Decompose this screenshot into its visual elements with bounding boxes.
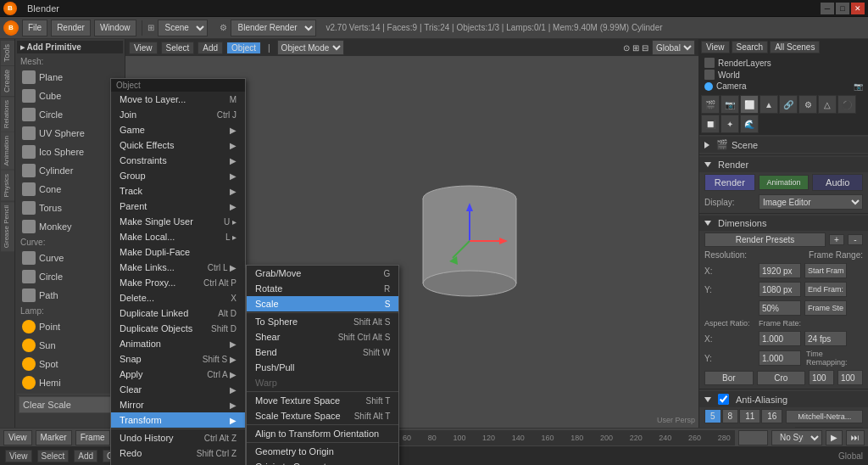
end-frame-input[interactable] [804,282,847,297]
prop-tab-modifier[interactable]: ⚙ [798,95,817,114]
tool-icosphere[interactable]: Ico Sphere [17,143,123,161]
ctx-make-dupli-face[interactable]: Make Dupli-Face [111,244,245,260]
minimize-button[interactable]: ─ [821,3,834,14]
prop-tab-render[interactable]: 📷 [721,95,739,114]
sub-grab-move[interactable]: Grab/MoveG [247,266,398,281]
prop-tab-object[interactable]: ▲ [760,95,778,114]
close-button[interactable]: ✕ [851,3,865,14]
ctx-dup-linked[interactable]: Duplicate LinkedAlt D [111,305,245,321]
prop-tab-material[interactable]: ⚫ [837,95,856,114]
prop-tab-layers[interactable]: ⬜ [740,95,759,114]
ctx-animation[interactable]: Animation▶ [111,336,245,351]
size-input[interactable] [795,427,863,428]
status-select-btn[interactable]: Select [37,450,70,462]
tool-uvsphere[interactable]: UV Sphere [17,124,123,143]
ctx-constraints[interactable]: Constraints▶ [111,153,245,168]
res-x-input[interactable] [759,263,801,278]
tool-cube[interactable]: Cube [17,87,123,105]
view-menu-btn[interactable]: View [129,42,158,54]
animation-button[interactable]: Animation [759,175,810,190]
aa-checkbox[interactable] [718,394,729,405]
ctx-clear[interactable]: Clear▶ [111,382,245,397]
fps-input[interactable] [804,331,847,346]
tool-circle[interactable]: Circle [17,105,123,124]
outliner-renderlayers[interactable]: RenderLayers [701,57,866,69]
timeline-frame-btn[interactable]: Frame [75,430,110,445]
ctx-transform[interactable]: Transform▶ [111,412,245,428]
ctx-parent[interactable]: Parent▶ [111,199,245,214]
timeline-view-btn[interactable]: View [3,430,32,445]
dimensions-header[interactable]: Dimensions [699,216,868,231]
all-scenes-tab[interactable]: All Scenes [770,41,820,53]
aspect-x-input[interactable] [759,331,801,346]
tool-torus[interactable]: Torus [17,199,123,217]
start-frame-input[interactable] [804,263,847,278]
ctx-redo[interactable]: RedoShift Ctrl Z [111,445,245,461]
res-y-input[interactable] [759,282,801,297]
ctx-mirror[interactable]: Mirror▶ [111,397,245,412]
audio-button[interactable]: Audio [812,174,863,191]
tool-point[interactable]: Point [17,317,123,336]
ctx-make-local[interactable]: Make Local...L ▸ [111,229,245,244]
crop-btn[interactable]: Cro [757,371,806,385]
sub-move-texture[interactable]: Move Texture SpaceShift T [247,393,398,408]
ctx-track[interactable]: Track▶ [111,183,245,199]
ctx-snap[interactable]: SnapShift S ▶ [111,351,245,367]
sub-push-pull[interactable]: Push/Pull [247,360,398,375]
remap-new-input[interactable] [837,370,863,385]
render-presets-btn[interactable]: Render Presets [704,232,826,247]
add-primitive-header[interactable]: ▸ Add Primitive [17,41,123,53]
add-menu-btn[interactable]: Add [198,42,223,54]
sub-scale-texture[interactable]: Scale Texture SpaceShift Alt T [247,408,398,423]
sub-shear[interactable]: ShearShift Ctrl Alt S [247,329,398,345]
tool-curve-circle[interactable]: Circle [17,267,123,286]
prop-tab-particles[interactable]: ✦ [721,115,739,133]
sidebar-tab-grease[interactable]: Grease Pencil [1,202,14,251]
render-button[interactable]: Render [704,174,755,191]
tool-monkey[interactable]: Monkey [17,217,123,236]
ctx-undo-history[interactable]: Undo HistoryCtrl Alt Z [111,430,245,445]
ctx-dup-objects[interactable]: Duplicate ObjectsShift D [111,321,245,336]
outliner-camera[interactable]: Camera 📷 [701,81,866,92]
tool-cylinder[interactable]: Cylinder [17,161,123,180]
sub-geometry-to-origin[interactable]: Geometry to Origin [247,444,398,459]
maximize-button[interactable]: □ [836,3,849,14]
status-add-btn[interactable]: Add [74,450,97,462]
timeline-play-btn[interactable]: ▶ [826,430,843,445]
tool-cone[interactable]: Cone [17,180,123,199]
render-engine-select[interactable]: Blender Render [231,20,316,36]
timeline-end-btn[interactable]: ⏭ [846,430,865,445]
tool-sun[interactable]: Sun [17,336,123,355]
frame-step-input[interactable] [804,300,847,316]
sub-scale[interactable]: ScaleS [247,296,398,311]
ctx-join[interactable]: JoinCtrl J [111,107,245,122]
mode-select[interactable]: Object Mode [277,40,344,55]
select-menu-btn[interactable]: Select [161,42,195,54]
aa-sample-16[interactable]: 16 [761,409,782,423]
timeline-marker-btn[interactable]: Marker [36,430,72,445]
ctx-game[interactable]: Game▶ [111,122,245,137]
aa-sample-8[interactable]: 8 [722,409,739,423]
ctx-make-proxy[interactable]: Make Proxy...Ctrl Alt P [111,275,245,290]
presets-add-btn[interactable]: + [829,234,844,245]
aa-sample-11[interactable]: 11 [739,409,760,423]
ctx-group[interactable]: Group▶ [111,168,245,183]
aspect-y-input[interactable] [759,350,801,366]
ctx-quick-effects[interactable]: Quick Effects▶ [111,137,245,153]
clear-scale-button[interactable]: Clear Scale [19,396,121,413]
remap-old-input[interactable] [809,370,834,385]
search-tab[interactable]: Search [732,41,769,53]
current-frame-input[interactable]: 1 [738,430,768,445]
aa-filter-btn[interactable]: Mitchell-Netra... [786,410,863,423]
outliner-world[interactable]: World [701,69,866,81]
file-menu[interactable]: File [22,20,47,36]
tool-spot[interactable]: Spot [17,355,123,373]
scene-select[interactable]: Scene [158,20,208,36]
ctx-move-to-layer[interactable]: Move to Layer...M [111,92,245,107]
ctx-undo[interactable]: UndoCtrl Z [111,461,245,465]
sidebar-tab-tools[interactable]: Tools [1,41,14,65]
object-menu-btn[interactable]: Object [226,42,261,54]
sub-to-sphere[interactable]: To SphereShift Alt S [247,314,398,329]
aa-header[interactable]: Anti-Aliasing [699,391,868,407]
scene-header[interactable]: 🎬 Scene [699,137,868,153]
